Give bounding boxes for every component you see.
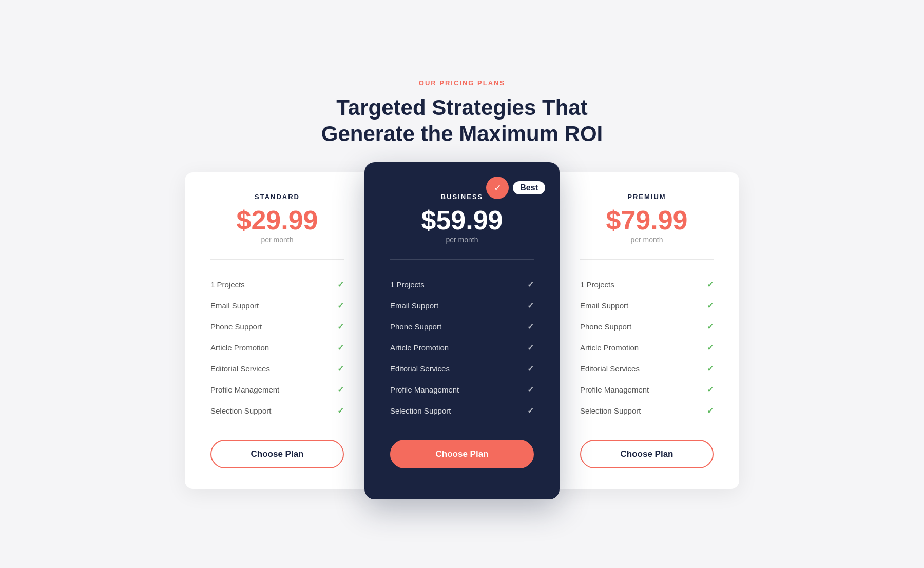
feature-name: Phone Support — [210, 322, 262, 331]
choose-plan-button[interactable]: Choose Plan — [210, 440, 344, 468]
choose-plan-button[interactable]: Choose Plan — [390, 440, 534, 468]
plan-period: per month — [390, 236, 534, 244]
feature-name: Profile Management — [580, 385, 649, 394]
feature-item: Editorial Services ✓ — [210, 358, 344, 379]
feature-name: Selection Support — [580, 406, 641, 415]
feature-name: Article Promotion — [390, 343, 449, 352]
feature-name: Article Promotion — [210, 343, 269, 352]
check-icon: ✓ — [337, 343, 344, 352]
check-icon: ✓ — [707, 280, 714, 289]
check-icon: ✓ — [707, 364, 714, 374]
feature-name: Editorial Services — [390, 364, 450, 373]
feature-name: Editorial Services — [210, 364, 270, 373]
plan-card-business: ✓ Best BUSINESS $59.99 per month 1 Proje… — [364, 162, 560, 499]
feature-name: Selection Support — [210, 406, 271, 415]
feature-item: Profile Management ✓ — [390, 379, 534, 400]
header-title: Targeted Strategies That Generate the Ma… — [321, 95, 603, 147]
feature-item: Phone Support ✓ — [210, 316, 344, 337]
check-icon: ✓ — [337, 280, 344, 289]
best-badge: ✓ Best — [486, 177, 545, 199]
check-icon: ✓ — [527, 280, 534, 289]
feature-item: 1 Projects ✓ — [210, 274, 344, 295]
feature-name: Email Support — [580, 301, 628, 310]
check-icon: ✓ — [527, 343, 534, 352]
feature-item: Selection Support ✓ — [210, 400, 344, 421]
plan-divider — [210, 259, 344, 260]
plan-name: PREMIUM — [580, 193, 714, 201]
feature-item: Email Support ✓ — [580, 295, 714, 316]
feature-item: Email Support ✓ — [210, 295, 344, 316]
plan-card-standard: STANDARD $29.99 per month 1 Projects ✓ E… — [185, 172, 370, 489]
feature-item: Article Promotion ✓ — [390, 337, 534, 358]
feature-name: Phone Support — [390, 322, 441, 331]
check-icon: ✓ — [337, 322, 344, 331]
feature-item: Editorial Services ✓ — [390, 358, 534, 379]
page-header: OUR PRICING PLANS Targeted Strategies Th… — [321, 79, 603, 147]
feature-name: 1 Projects — [390, 280, 425, 289]
plan-price: $79.99 — [580, 207, 714, 233]
plan-name: STANDARD — [210, 193, 344, 201]
check-icon: ✓ — [707, 343, 714, 352]
check-icon: ✓ — [337, 385, 344, 395]
best-badge-label: Best — [513, 181, 545, 194]
plan-period: per month — [580, 236, 714, 244]
plan-divider — [580, 259, 714, 260]
check-icon: ✓ — [707, 301, 714, 310]
feature-item: Profile Management ✓ — [210, 379, 344, 400]
feature-name: Email Support — [210, 301, 259, 310]
plan-divider — [390, 259, 534, 260]
plan-period: per month — [210, 236, 344, 244]
feature-name: Editorial Services — [580, 364, 640, 373]
feature-item: Selection Support ✓ — [580, 400, 714, 421]
features-list: 1 Projects ✓ Email Support ✓ Phone Suppo… — [210, 274, 344, 421]
check-icon: ✓ — [527, 385, 534, 395]
feature-item: Editorial Services ✓ — [580, 358, 714, 379]
feature-name: 1 Projects — [580, 280, 614, 289]
check-icon: ✓ — [527, 406, 534, 416]
check-icon: ✓ — [337, 406, 344, 416]
feature-item: Phone Support ✓ — [390, 316, 534, 337]
check-icon: ✓ — [707, 406, 714, 416]
feature-name: Profile Management — [210, 385, 279, 394]
check-icon: ✓ — [527, 301, 534, 310]
features-list: 1 Projects ✓ Email Support ✓ Phone Suppo… — [580, 274, 714, 421]
feature-item: Phone Support ✓ — [580, 316, 714, 337]
header-subtitle: OUR PRICING PLANS — [321, 79, 603, 87]
feature-item: Article Promotion ✓ — [580, 337, 714, 358]
feature-name: Email Support — [390, 301, 438, 310]
choose-plan-button[interactable]: Choose Plan — [580, 440, 714, 468]
check-icon: ✓ — [527, 322, 534, 331]
feature-item: Article Promotion ✓ — [210, 337, 344, 358]
feature-name: Selection Support — [390, 406, 451, 415]
feature-item: Selection Support ✓ — [390, 400, 534, 421]
plan-price: $29.99 — [210, 207, 344, 233]
best-badge-icon: ✓ — [486, 177, 509, 199]
feature-name: Phone Support — [580, 322, 631, 331]
plan-card-premium: PREMIUM $79.99 per month 1 Projects ✓ Em… — [554, 172, 739, 489]
plan-price: $59.99 — [390, 207, 534, 233]
features-list: 1 Projects ✓ Email Support ✓ Phone Suppo… — [390, 274, 534, 421]
plans-container: STANDARD $29.99 per month 1 Projects ✓ E… — [154, 172, 770, 489]
check-icon: ✓ — [707, 385, 714, 395]
feature-item: Profile Management ✓ — [580, 379, 714, 400]
feature-name: Article Promotion — [580, 343, 639, 352]
feature-item: 1 Projects ✓ — [390, 274, 534, 295]
check-icon: ✓ — [527, 364, 534, 374]
feature-item: Email Support ✓ — [390, 295, 534, 316]
check-icon: ✓ — [337, 301, 344, 310]
check-icon: ✓ — [707, 322, 714, 331]
check-icon: ✓ — [337, 364, 344, 374]
feature-name: Profile Management — [390, 385, 459, 394]
feature-name: 1 Projects — [210, 280, 245, 289]
feature-item: 1 Projects ✓ — [580, 274, 714, 295]
